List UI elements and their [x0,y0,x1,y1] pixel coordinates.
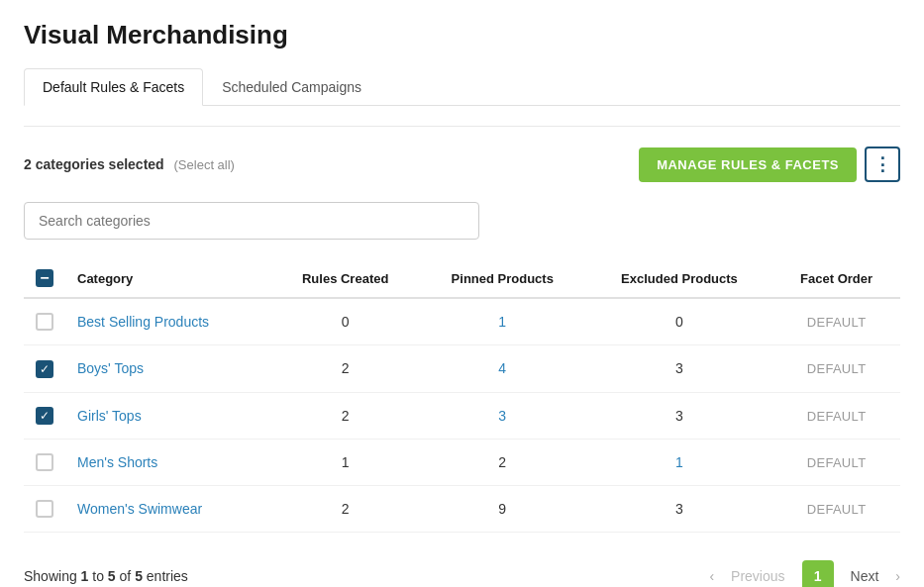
facet-order-value: DEFAULT [807,502,867,517]
row-category: Girls' Tops [65,392,272,439]
excluded-value: 0 [675,314,683,330]
row-excluded-products: 3 [586,486,772,533]
table-row: Best Selling Products010DEFAULT [24,298,900,345]
search-container [24,202,900,240]
header-category: Category [65,259,272,298]
facet-order-value: DEFAULT [807,455,867,470]
row-category: Boys' Tops [65,345,272,392]
next-chevron-icon: › [895,568,900,584]
row-pinned-products[interactable]: 3 [419,392,586,439]
tab-scheduled-campaigns[interactable]: Scheduled Campaigns [203,68,380,106]
header-facet-order: Facet Order [772,259,900,298]
row-checkbox[interactable]: ✓ [36,360,53,378]
page-title: Visual Merchandising [24,20,900,50]
header-pinned-products: Pinned Products [419,259,586,298]
select-all-link[interactable]: (Select all) [174,157,235,172]
showing-text: Showing 1 to 5 of 5 entries [24,568,188,584]
row-rules-created: 2 [272,486,419,533]
row-rules-created: 2 [272,392,419,439]
next-button[interactable]: Next [838,561,892,587]
row-pinned-products: 2 [419,439,586,485]
table-row: Women's Swimwear293DEFAULT [24,486,900,533]
row-excluded-products[interactable]: 1 [586,439,772,485]
category-link[interactable]: Best Selling Products [77,314,209,330]
row-rules-created: 2 [272,345,419,392]
row-checkbox[interactable] [36,453,53,471]
row-checkbox[interactable] [36,313,53,331]
table-row: ✓Girls' Tops233DEFAULT [24,392,900,439]
manage-rules-button[interactable]: MANAGE RULES & FACETS [639,147,857,182]
toolbar: 2 categories selected (Select all) MANAG… [24,143,900,186]
table-row: ✓Boys' Tops243DEFAULT [24,345,900,392]
pagination-bar: Showing 1 to 5 of 5 entries ‹ Previous 1… [24,552,900,587]
row-pinned-products[interactable]: 4 [419,345,586,392]
pinned-value: 2 [498,454,506,470]
table-row: Men's Shorts121DEFAULT [24,439,900,485]
select-all-checkbox[interactable]: − [36,269,53,287]
table-header-row: − Category Rules Created Pinned Products… [24,259,900,298]
row-excluded-products: 0 [586,298,772,345]
more-icon: ⋮ [873,155,891,173]
row-pinned-products: 9 [419,486,586,533]
category-link[interactable]: Men's Shorts [77,454,157,470]
divider [24,126,900,127]
row-facet-order: DEFAULT [772,439,900,485]
page-1-button[interactable]: 1 [802,560,834,587]
more-options-button[interactable]: ⋮ [865,147,900,182]
row-facet-order: DEFAULT [772,392,900,439]
toolbar-right: MANAGE RULES & FACETS ⋮ [639,147,900,182]
indeterminate-icon: − [40,270,49,286]
tab-default-rules[interactable]: Default Rules & Facets [24,68,203,106]
header-excluded-products: Excluded Products [586,259,772,298]
pinned-value[interactable]: 4 [498,360,506,376]
checkmark-icon: ✓ [40,409,50,423]
row-checkbox-cell [24,439,65,485]
row-excluded-products: 3 [586,345,772,392]
row-facet-order: DEFAULT [772,298,900,345]
facet-order-value: DEFAULT [807,315,867,330]
tabs-bar: Default Rules & Facets Scheduled Campaig… [24,68,900,106]
row-category: Best Selling Products [65,298,272,345]
excluded-value[interactable]: 1 [675,454,683,470]
row-checkbox-cell: ✓ [24,392,65,439]
row-rules-created: 0 [272,298,419,345]
prev-button[interactable]: Previous [718,561,797,587]
page-container: Visual Merchandising Default Rules & Fac… [0,0,924,587]
excluded-value: 3 [675,501,683,517]
row-excluded-products: 3 [586,392,772,439]
excluded-value: 3 [675,408,683,424]
prev-chevron-icon: ‹ [709,568,714,584]
row-category: Men's Shorts [65,439,272,485]
row-checkbox-cell [24,486,65,533]
row-pinned-products[interactable]: 1 [419,298,586,345]
pinned-value[interactable]: 1 [498,314,506,330]
category-link[interactable]: Boys' Tops [77,360,144,376]
row-category: Women's Swimwear [65,486,272,533]
row-rules-created: 1 [272,439,419,485]
row-checkbox-cell: ✓ [24,345,65,392]
pinned-value: 9 [498,501,506,517]
facet-order-value: DEFAULT [807,361,867,376]
categories-table: − Category Rules Created Pinned Products… [24,259,900,533]
row-checkbox[interactable] [36,500,53,518]
row-facet-order: DEFAULT [772,345,900,392]
header-rules-created: Rules Created [272,259,419,298]
row-checkbox-cell [24,298,65,345]
selection-count: 2 categories selected [24,156,164,172]
checkmark-icon: ✓ [40,362,50,376]
category-link[interactable]: Girls' Tops [77,408,142,424]
excluded-value: 3 [675,360,683,376]
search-input[interactable] [24,202,479,240]
row-checkbox[interactable]: ✓ [36,407,53,425]
facet-order-value: DEFAULT [807,409,867,424]
header-checkbox-cell: − [24,259,65,298]
category-link[interactable]: Women's Swimwear [77,501,202,517]
pinned-value[interactable]: 3 [498,408,506,424]
selection-info: 2 categories selected (Select all) [24,156,235,172]
pagination-controls: ‹ Previous 1 Next › [709,560,900,587]
row-facet-order: DEFAULT [772,486,900,533]
